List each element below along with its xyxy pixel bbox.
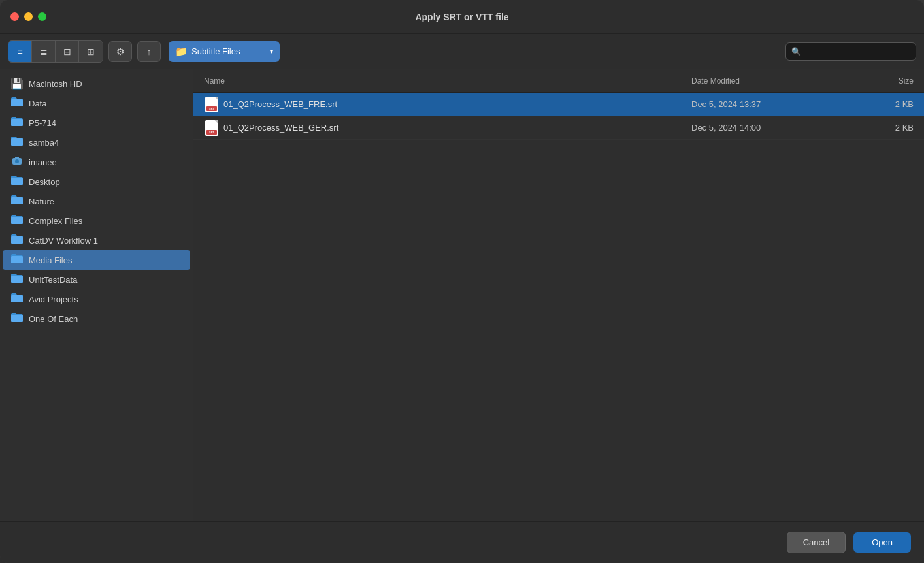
svg-rect-6 — [11, 178, 23, 185]
sidebar-item-p5-714[interactable]: P5-714 — [3, 113, 190, 133]
sidebar-item-label: Nature — [29, 197, 54, 206]
svg-rect-5 — [15, 157, 19, 159]
srt-file-icon: SRT — [204, 98, 220, 111]
svg-rect-2 — [11, 138, 23, 146]
file-name: 01_Q2Process_WEB_GER.srt — [223, 123, 691, 133]
sidebar-item-label: P5-714 — [29, 118, 56, 128]
srt-file-icon: SRT — [204, 121, 220, 135]
sidebar-item-nature[interactable]: Nature — [3, 191, 190, 211]
svg-point-4 — [15, 159, 19, 163]
search-box[interactable]: 🔍 — [785, 42, 916, 61]
folder-icon — [10, 273, 24, 286]
sidebar-item-label: Macintosh HD — [29, 79, 82, 89]
title-bar: Apply SRT or VTT file — [0, 0, 924, 34]
folder-icon — [10, 253, 24, 266]
sidebar-item-media-files[interactable]: Media Files — [3, 250, 190, 270]
column-size-header: Size — [848, 76, 914, 86]
svg-rect-12 — [11, 295, 23, 302]
view-detail-icon[interactable]: ≣ — [32, 41, 56, 62]
back-button[interactable]: ↑ — [137, 41, 161, 62]
folder-icon — [10, 293, 24, 306]
view-hierarchy-icon[interactable]: ⊟ — [56, 41, 79, 62]
file-row[interactable]: SRT 01_Q2Process_WEB_FRE.srtDec 5, 2024 … — [193, 93, 924, 116]
folder-icon — [10, 97, 24, 110]
sidebar-item-label: UnitTestData — [29, 275, 77, 285]
location-label: Subtitle Files — [191, 46, 266, 56]
svg-rect-0 — [11, 99, 23, 106]
sidebar-item-one-of-each[interactable]: One Of Each — [3, 309, 190, 329]
sidebar-item-label: Desktop — [29, 177, 60, 187]
sidebar-item-label: Data — [29, 99, 46, 108]
sidebar-item-avid-projects[interactable]: Avid Projects — [3, 289, 190, 309]
view-list-icon[interactable]: ≡ — [8, 41, 32, 62]
window-controls — [10, 12, 46, 21]
open-button[interactable]: Open — [853, 532, 911, 553]
sidebar-item-data[interactable]: Data — [3, 93, 190, 113]
cancel-button[interactable]: Cancel — [787, 532, 846, 553]
folder-icon: 📁 — [175, 46, 188, 57]
column-name-header: Name — [204, 76, 691, 86]
close-button[interactable] — [10, 12, 19, 21]
sidebar-item-label: imanee — [29, 157, 57, 167]
file-name: 01_Q2Process_WEB_FRE.srt — [223, 99, 691, 109]
dialog-title: Apply SRT or VTT file — [415, 12, 508, 22]
location-dropdown[interactable]: 📁 Subtitle Files ▾ — [169, 41, 280, 62]
folder-icon — [10, 312, 24, 325]
sidebar-item-label: Complex Files — [29, 216, 82, 226]
sidebar-item-unittest-data[interactable]: UnitTestData — [3, 270, 190, 289]
column-date-header: Date Modified — [691, 76, 848, 86]
folder-icon — [10, 155, 24, 169]
up-arrow-icon: ↑ — [147, 46, 152, 57]
view-mode-group: ≡ ≣ ⊟ ⊞ — [8, 40, 103, 63]
svg-rect-9 — [11, 236, 23, 244]
sidebar: 💾Macintosh HD Data P5-714 samba4imanee D… — [0, 69, 193, 521]
settings-button[interactable]: ⚙ — [108, 41, 132, 62]
file-size: 2 KB — [848, 99, 914, 109]
svg-rect-7 — [11, 197, 23, 204]
sidebar-item-label: Media Files — [29, 255, 72, 265]
svg-rect-10 — [11, 256, 23, 263]
file-row[interactable]: SRT 01_Q2Process_WEB_GER.srtDec 5, 2024 … — [193, 116, 924, 140]
folder-icon: 💾 — [10, 78, 24, 90]
chevron-down-icon: ▾ — [270, 48, 273, 55]
file-list: SRT 01_Q2Process_WEB_FRE.srtDec 5, 2024 … — [193, 93, 924, 521]
sidebar-item-label: One Of Each — [29, 314, 78, 324]
minimize-button[interactable] — [24, 12, 33, 21]
folder-icon — [10, 214, 24, 227]
file-date-modified: Dec 5, 2024 14:00 — [691, 123, 848, 133]
folder-icon — [10, 175, 24, 188]
main-content: 💾Macintosh HD Data P5-714 samba4imanee D… — [0, 69, 924, 521]
gear-icon: ⚙ — [116, 46, 125, 57]
file-pane-header: Name Date Modified Size — [193, 69, 924, 93]
maximize-button[interactable] — [38, 12, 46, 21]
sidebar-item-samba4[interactable]: samba4 — [3, 133, 190, 152]
dialog-window: Apply SRT or VTT file ≡ ≣ ⊟ ⊞ ⚙ ↑ 📁 Subt… — [0, 0, 924, 563]
sidebar-item-complex-files[interactable]: Complex Files — [3, 211, 190, 231]
file-pane: Name Date Modified Size SRT 01_Q2Process… — [193, 69, 924, 521]
sidebar-item-imanee[interactable]: imanee — [3, 152, 190, 172]
folder-icon — [10, 195, 24, 208]
bottom-bar: Cancel Open — [0, 521, 924, 563]
search-input[interactable] — [804, 47, 910, 56]
svg-rect-13 — [11, 315, 23, 322]
folder-icon — [10, 136, 24, 149]
svg-rect-1 — [11, 119, 23, 126]
sidebar-item-desktop[interactable]: Desktop — [3, 172, 190, 191]
view-column-icon[interactable]: ⊞ — [79, 41, 103, 62]
svg-rect-11 — [11, 276, 23, 283]
file-size: 2 KB — [848, 123, 914, 133]
sidebar-item-catdv-workflow-1[interactable]: CatDV Workflow 1 — [3, 231, 190, 250]
file-date-modified: Dec 5, 2024 13:37 — [691, 99, 848, 109]
folder-icon — [10, 116, 24, 129]
toolbar: ≡ ≣ ⊟ ⊞ ⚙ ↑ 📁 Subtitle Files ▾ 🔍 — [0, 34, 924, 69]
sidebar-item-label: Avid Projects — [29, 295, 78, 304]
folder-icon — [10, 234, 24, 247]
search-icon: 🔍 — [791, 47, 801, 56]
sidebar-item-macintosh-hd[interactable]: 💾Macintosh HD — [3, 74, 190, 93]
sidebar-item-label: samba4 — [29, 138, 59, 148]
sidebar-item-label: CatDV Workflow 1 — [29, 236, 98, 246]
svg-rect-8 — [11, 217, 23, 224]
